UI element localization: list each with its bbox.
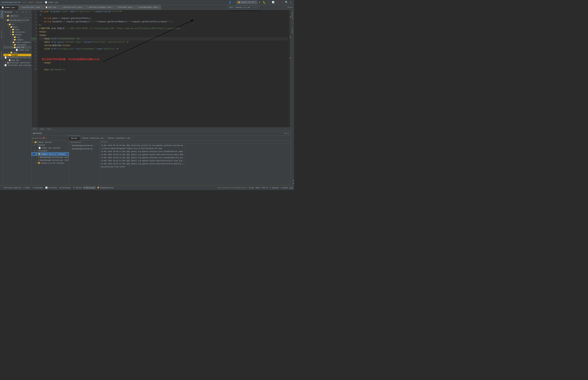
tree-item-index-elements[interactable]: ▶ 📁 index-elements bbox=[3, 41, 31, 43]
search-button[interactable]: 🔍 bbox=[285, 0, 288, 4]
services-tab-localhost[interactable]: Tomcat Localhost Log bbox=[106, 136, 132, 140]
tree-item-news-manager[interactable]: ▼ 📁 NewsManagerSystem bbox=[3, 19, 31, 21]
status-problems[interactable]: ⚠ Problems bbox=[31, 186, 44, 189]
tree-item-tomcat-server[interactable]: ▼ 🐱 Tomcat Server bbox=[32, 141, 69, 144]
services-close-icon[interactable]: ✕ bbox=[288, 132, 289, 134]
tree-item-src[interactable]: ▼ 📁 src bbox=[3, 23, 31, 26]
services-collapse-icon[interactable]: ⊟ bbox=[35, 137, 36, 139]
panel-icon-locate[interactable]: ⊕ bbox=[16, 11, 18, 13]
profile-button[interactable]: 📊 bbox=[271, 0, 275, 4]
close-tab-index-jsp[interactable]: ✕ bbox=[16, 6, 17, 8]
tree-item-images[interactable]: ▶ 📁 images bbox=[3, 38, 31, 41]
close-tab-user-dao-impl[interactable]: ✕ bbox=[158, 6, 159, 8]
deployment-item-2[interactable]: ✓ NewsManagerSystem:wa... bbox=[69, 147, 99, 151]
tree-item-war-exploded[interactable]: ⚙ NewsManagerSystem:war-exploded [Republ… bbox=[32, 156, 69, 159]
popup-close-icon[interactable]: ✕ bbox=[257, 6, 258, 8]
coverage-button[interactable]: ☂ bbox=[267, 0, 270, 4]
tree-label-iml: NewsManagerSystem.iml bbox=[7, 57, 31, 59]
status-event-log[interactable]: ⚠ Event Log bbox=[281, 187, 293, 189]
code-line-2: <% bbox=[39, 13, 287, 17]
tree-item-finished[interactable]: ▼ ✓ Finished bbox=[32, 149, 69, 152]
tree-item-war-sync[interactable]: ⚙ NewsManagerSystem:war [Synchronized] bbox=[32, 159, 69, 162]
debug-button[interactable]: 🐛 bbox=[262, 0, 266, 4]
services-settings-icon[interactable]: ⚙ bbox=[284, 132, 285, 134]
tab-user-dao-impl[interactable]: ◯ UserDaoImpl.java ✕ bbox=[136, 5, 161, 10]
status-dependencies[interactable]: 📦 Dependencies bbox=[96, 186, 115, 189]
status-terminal[interactable]: ▶ Terminal bbox=[59, 186, 72, 189]
tree-item-index-file[interactable]: 📄 index.jsp bbox=[3, 49, 31, 51]
tab-user-servlet[interactable]: ☕ UserServlet.java ✕ bbox=[18, 5, 44, 10]
tab-more-button[interactable]: ⋮ bbox=[281, 5, 286, 10]
tree-item-tomcat-10[interactable]: ▼ 🐱 tomcat-10.0.17 [local] bbox=[32, 152, 69, 156]
avatar-icon[interactable]: 👤 bbox=[228, 1, 232, 4]
tree-label-target: target bbox=[11, 54, 18, 56]
tree-item-test[interactable]: ▶ 📁 test bbox=[3, 51, 31, 54]
vcs-icon[interactable]: ⑂ bbox=[232, 1, 236, 4]
structure-strip-tab[interactable]: Structure bbox=[0, 29, 3, 40]
tree-item-target[interactable]: ▶ 📁 target bbox=[3, 54, 31, 56]
tree-item-resources[interactable]: ▶ 📁 resources bbox=[3, 31, 31, 33]
close-tab-user-servlet[interactable]: ✕ bbox=[41, 6, 42, 8]
services-expand-icon[interactable]: ⊞ bbox=[37, 137, 38, 139]
run-button[interactable]: ▶ bbox=[258, 0, 262, 4]
services-gear-icon[interactable]: ⚙ bbox=[286, 132, 287, 134]
run-config-dropdown[interactable]: 🐱 tomcat-9.0.59 ▼ bbox=[236, 1, 257, 4]
status-profiler[interactable]: 📊 Profiler bbox=[44, 186, 58, 189]
services-filter-icon[interactable]: ▼ bbox=[40, 137, 41, 139]
services-tab-catalina[interactable]: Tomcat Catalina Log bbox=[80, 136, 106, 140]
panel-icon-expand[interactable]: ⊞ bbox=[22, 11, 24, 13]
tree-item-newspages[interactable]: ▶ 📁 newspages bbox=[3, 43, 31, 46]
tree-item-css[interactable]: ▶ 📁 css bbox=[3, 36, 31, 38]
status-services[interactable]: ⚙ Services bbox=[83, 186, 96, 189]
close-tab-user-service[interactable]: ✕ bbox=[82, 6, 83, 8]
tree-item-indexjsp-local[interactable]: 📄 index.jsp [local] bbox=[32, 147, 69, 149]
services-new-icon[interactable]: + bbox=[45, 137, 47, 139]
maven-panel-button[interactable]: Maven bbox=[286, 5, 294, 10]
status-build[interactable]: 🔨 Build bbox=[72, 186, 83, 189]
tree-item-pom[interactable]: 📋 pom.xml bbox=[3, 59, 31, 61]
code-line-13 bbox=[39, 51, 287, 54]
stop-button[interactable]: ■ bbox=[280, 0, 284, 4]
tab-label-user-service-impl: UserServiceImpl.java bbox=[89, 6, 111, 8]
tree-item-tomcat-9[interactable]: ▶ 🐱 tomcat-9.0.59 [local] bbox=[32, 162, 69, 165]
services-pin-icon[interactable]: 📌 bbox=[42, 137, 45, 139]
tree-item-jdbc[interactable]: ▶ 📁 JDBCTest bbox=[3, 15, 31, 17]
tree-item-web-inf[interactable]: ▼ 📁 WEB-INF bbox=[3, 46, 31, 49]
project-name: NewsManagerSystem bbox=[1, 1, 20, 3]
tree-item-main[interactable]: ▼ 📁 main bbox=[3, 26, 31, 28]
panel-icon-close[interactable]: ✕ bbox=[28, 11, 30, 13]
services-run-icon[interactable]: ▶ bbox=[33, 137, 34, 140]
status-todo[interactable]: ≡ TODO bbox=[22, 187, 31, 189]
tab-user-service-impl[interactable]: ◯ UserServiceImpl.java ✕ bbox=[85, 5, 115, 10]
panel-icon-sort[interactable]: ↕ bbox=[19, 11, 21, 13]
code-line-8: <head> bbox=[39, 34, 287, 37]
status-dependencies-label: Dependencies bbox=[100, 187, 114, 189]
tree-item-scratches[interactable]: ▶ 📝 Scratches and Consoles bbox=[3, 64, 31, 67]
tree-item-webapp[interactable]: ▼ 📁 webapp bbox=[3, 33, 31, 36]
close-tab-user-service-impl[interactable]: ✕ bbox=[112, 6, 113, 8]
database-strip-tab[interactable]: Database bbox=[291, 11, 294, 20]
panel-icon-settings[interactable]: ⚙ bbox=[25, 11, 27, 13]
status-problems-label: Problems bbox=[34, 187, 43, 189]
tab-user-service[interactable]: ◯ UserService.java ✕ bbox=[60, 5, 85, 10]
more-button[interactable]: ⋯ bbox=[276, 0, 279, 4]
tab-web-xml[interactable]: 📋 web.xml ✕ bbox=[44, 5, 60, 10]
status-vcs[interactable]: ⑂ Version Control bbox=[1, 187, 22, 189]
tree-item-iml[interactable]: 📄 NewsManagerSystem.iml bbox=[3, 56, 31, 59]
tab-index-jsp[interactable]: 📄 index.jsp ✕ bbox=[0, 5, 18, 10]
settings-button[interactable]: ⚙ bbox=[289, 0, 293, 4]
services-add-icon[interactable]: ⊕ bbox=[38, 137, 40, 139]
close-tab-web-xml[interactable]: ✕ bbox=[57, 6, 58, 8]
tree-item-java[interactable]: ▶ 📁 java bbox=[3, 28, 31, 31]
project-strip-tab[interactable]: Project bbox=[0, 10, 3, 19]
deployment-item-1[interactable]: ✓ NewsManagerSystem:wa... bbox=[69, 144, 99, 147]
services-tab-server[interactable]: Server bbox=[69, 136, 80, 140]
maven-strip-tab[interactable]: Maven bbox=[291, 27, 294, 34]
output-line-5: 14-Mar-2022 03:02:11.595 信息 [main] org.a… bbox=[101, 156, 289, 159]
tree-item-failed[interactable]: ▼ ● Failed bbox=[32, 144, 69, 147]
tree-item-external-libs[interactable]: ▶ 📚 External Libraries bbox=[3, 61, 31, 64]
tab-user-dao[interactable]: ◯ UserDao.java ✕ bbox=[115, 5, 136, 10]
code-editor[interactable]: <%@ page language="java" import="java.ut… bbox=[38, 10, 289, 127]
bookmarks-strip-tab[interactable]: Bookmarks bbox=[0, 50, 3, 60]
close-tab-user-dao[interactable]: ✕ bbox=[133, 6, 134, 8]
